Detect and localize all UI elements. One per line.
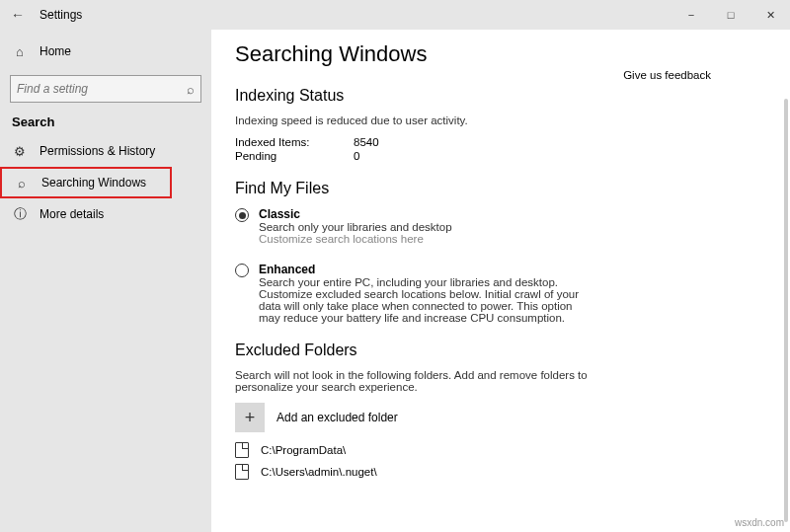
excluded-folder-row[interactable]: C:\ProgramData\ (235, 442, 766, 458)
add-excluded-folder-label: Add an excluded folder (276, 411, 398, 424)
shield-icon: ⚙ (12, 144, 28, 159)
search-input[interactable] (17, 82, 165, 96)
home-icon: ⌂ (12, 44, 28, 59)
sidebar-item-label: Searching Windows (41, 176, 146, 190)
pending-value: 0 (354, 150, 359, 162)
sidebar-section-label: Search (0, 114, 211, 135)
option-classic[interactable]: Classic Search only your libraries and d… (235, 207, 591, 245)
sidebar-item-label: Permissions & History (40, 144, 155, 158)
search-icon: ⌕ (187, 82, 195, 97)
sidebar-item-searching-windows[interactable]: ⌕ Searching Windows (0, 167, 172, 198)
close-button[interactable]: ✕ (750, 0, 790, 30)
watermark: wsxdn.com (735, 517, 784, 528)
search-icon: ⌕ (14, 176, 30, 190)
info-icon: ⓘ (12, 205, 28, 223)
excluded-folder-path: C:\Users\admin\.nuget\ (261, 466, 377, 478)
option-enhanced[interactable]: Enhanced Search your entire PC, includin… (235, 263, 591, 324)
sidebar-item-more-details[interactable]: ⓘ More details (0, 198, 211, 230)
excluded-folder-row[interactable]: C:\Users\admin\.nuget\ (235, 464, 766, 480)
main-content: Searching Windows Give us feedback Index… (211, 30, 790, 532)
sidebar: ⌂ Home ⌕ Search ⚙ Permissions & History … (0, 30, 211, 532)
excluded-folders-desc: Search will not look in the following fo… (235, 369, 591, 393)
radio-classic[interactable] (235, 208, 249, 222)
page-title: Searching Windows (235, 41, 766, 67)
indexing-status-heading: Indexing Status (235, 87, 766, 105)
indexed-items-row: Indexed Items: 8540 (235, 136, 766, 148)
vertical-scrollbar[interactable] (784, 99, 788, 522)
excluded-folders-heading: Excluded Folders (235, 342, 766, 359)
radio-enhanced[interactable] (235, 264, 249, 277)
enhanced-title: Enhanced (259, 263, 591, 276)
indexed-items-label: Indexed Items: (235, 136, 314, 148)
home-nav[interactable]: ⌂ Home (0, 36, 211, 67)
indexing-status-desc: Indexing speed is reduced due to user ac… (235, 114, 766, 126)
plus-icon[interactable]: + (235, 403, 265, 432)
minimize-button[interactable]: − (672, 0, 711, 30)
classic-subtitle: Search only your libraries and desktop (259, 221, 452, 233)
feedback-link[interactable]: Give us feedback (623, 69, 711, 81)
pending-label: Pending (235, 150, 314, 162)
classic-title: Classic (259, 207, 452, 221)
window-title: Settings (40, 8, 82, 22)
sidebar-item-permissions-history[interactable]: ⚙ Permissions & History (0, 135, 211, 167)
find-my-files-heading: Find My Files (235, 180, 766, 197)
find-setting-search[interactable]: ⌕ (10, 75, 201, 103)
add-excluded-folder[interactable]: + Add an excluded folder (235, 403, 766, 432)
folder-icon (235, 464, 249, 480)
back-button[interactable]: ← (0, 0, 36, 30)
indexed-items-value: 8540 (354, 136, 379, 148)
pending-row: Pending 0 (235, 150, 766, 162)
home-label: Home (40, 44, 71, 58)
sidebar-item-label: More details (40, 207, 104, 221)
titlebar: ← Settings − □ ✕ (0, 0, 790, 30)
maximize-button[interactable]: □ (711, 0, 750, 30)
folder-icon (235, 442, 249, 458)
excluded-folder-path: C:\ProgramData\ (261, 444, 346, 456)
enhanced-subtitle: Search your entire PC, including your li… (259, 276, 591, 324)
customize-search-locations-link[interactable]: Customize search locations here (259, 233, 452, 245)
